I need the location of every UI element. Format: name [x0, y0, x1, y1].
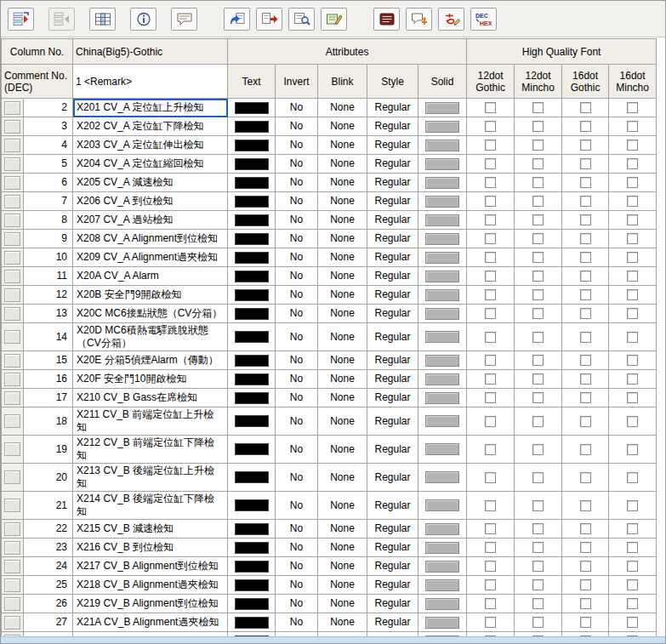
checkbox-12dot-gothic[interactable] [485, 332, 496, 343]
checkbox-12dot-gothic[interactable] [485, 140, 496, 151]
checkbox-12dot-mincho[interactable] [532, 177, 544, 188]
invert-cell[interactable]: No [276, 174, 318, 192]
checkbox-16dot-mincho[interactable] [627, 373, 638, 385]
checkbox-16dot-gothic[interactable] [580, 523, 591, 534]
checkbox-16dot-gothic[interactable] [580, 542, 591, 553]
checkbox-16dot-gothic[interactable] [580, 392, 591, 403]
style-cell[interactable]: Regular [367, 136, 418, 155]
text-color-cell[interactable] [228, 407, 276, 436]
comment-cell[interactable]: X208 CV_A Alignment到位檢知 [73, 230, 228, 248]
text-color-cell[interactable] [228, 174, 276, 192]
checkbox-12dot-gothic[interactable] [485, 252, 496, 263]
solid-color-cell[interactable] [418, 613, 467, 632]
checkbox-16dot-mincho[interactable] [627, 252, 638, 263]
checkbox-16dot-gothic[interactable] [580, 308, 591, 319]
checkbox-12dot-mincho[interactable] [532, 500, 544, 511]
comment-cell[interactable]: X20C MC6接點狀態（CV分箱） [73, 305, 228, 323]
checkbox-16dot-gothic[interactable] [580, 598, 591, 609]
blink-cell[interactable]: None [318, 576, 367, 595]
comment-cell[interactable]: X20D MC6積熱電驛跳脫狀態（CV分箱） [73, 323, 228, 351]
row-number[interactable]: 12 [24, 286, 73, 305]
checkbox-16dot-gothic[interactable] [580, 444, 591, 455]
solid-color-cell[interactable] [418, 136, 467, 155]
invert-cell[interactable]: No [276, 370, 318, 389]
checkbox-12dot-mincho[interactable] [532, 140, 544, 151]
row-number[interactable]: 2 [24, 99, 73, 117]
solid-color-cell[interactable] [418, 305, 467, 323]
comment-cell[interactable]: X207 CV_A 過站檢知 [73, 211, 228, 230]
checkbox-16dot-gothic[interactable] [580, 158, 591, 169]
checkbox-16dot-gothic[interactable] [580, 196, 591, 207]
text-color-cell[interactable] [228, 613, 276, 632]
checkbox-12dot-gothic[interactable] [485, 289, 496, 300]
checkbox-12dot-mincho[interactable] [532, 252, 544, 263]
solid-color-cell[interactable] [418, 99, 467, 117]
blink-cell[interactable]: None [318, 99, 367, 117]
invert-cell[interactable]: No [276, 230, 318, 248]
text-color-cell[interactable] [228, 595, 276, 613]
invert-cell[interactable]: No [276, 557, 318, 576]
checkbox-12dot-mincho[interactable] [532, 617, 544, 628]
invert-cell[interactable]: No [276, 520, 318, 539]
solid-color-cell[interactable] [418, 323, 467, 351]
checkbox-12dot-gothic[interactable] [485, 392, 496, 403]
checkbox-16dot-gothic[interactable] [580, 561, 591, 572]
comment-cell[interactable]: X203 CV_A 定位缸伸出檢知 [73, 136, 228, 155]
checkbox-16dot-mincho[interactable] [627, 332, 638, 343]
checkbox-12dot-mincho[interactable] [532, 523, 544, 534]
style-cell[interactable]: Regular [367, 155, 418, 174]
style-cell[interactable]: Regular [367, 576, 418, 595]
checkbox-16dot-gothic[interactable] [580, 579, 591, 590]
comment-cell[interactable]: X212 CV_B 前端定位缸下降檢知 [73, 436, 228, 464]
row-selector[interactable] [2, 230, 24, 248]
checkbox-12dot-mincho[interactable] [532, 542, 544, 553]
style-cell[interactable]: Regular [367, 99, 418, 117]
checkbox-16dot-gothic[interactable] [580, 140, 591, 151]
row-number[interactable]: 11 [24, 267, 73, 286]
comment-cell[interactable]: X215 CV_B 減速檢知 [73, 520, 228, 539]
solid-color-cell[interactable] [418, 436, 467, 464]
checkbox-12dot-gothic[interactable] [485, 196, 496, 207]
checkbox-12dot-gothic[interactable] [485, 444, 496, 455]
row-number[interactable]: 3 [24, 117, 73, 136]
blink-cell[interactable]: None [318, 492, 367, 520]
solid-color-cell[interactable] [418, 557, 467, 576]
checkbox-12dot-gothic[interactable] [485, 271, 496, 282]
checkbox-12dot-gothic[interactable] [485, 617, 496, 628]
solid-color-cell[interactable] [418, 370, 467, 389]
comment-cell[interactable]: X201 CV_A 定位缸上升檢知 [73, 99, 228, 117]
row-selector[interactable] [2, 174, 24, 192]
checkbox-12dot-gothic[interactable] [485, 158, 496, 169]
checkbox-12dot-mincho[interactable] [532, 373, 544, 385]
comment-cell[interactable]: X209 CV_A Alignment過夾檢知 [73, 248, 228, 267]
row-number[interactable]: 8 [24, 211, 73, 230]
column-settings-button[interactable] [89, 8, 116, 31]
row-number[interactable]: 18 [24, 407, 73, 436]
invert-cell[interactable]: No [276, 407, 318, 436]
solid-color-cell[interactable] [418, 576, 467, 595]
checkbox-12dot-mincho[interactable] [532, 472, 544, 483]
solid-color-cell[interactable] [418, 211, 467, 230]
checkbox-12dot-gothic[interactable] [485, 214, 496, 225]
row-number[interactable]: 10 [24, 248, 73, 267]
row-number[interactable]: 17 [24, 389, 73, 407]
checkbox-16dot-gothic[interactable] [580, 121, 591, 132]
solid-color-cell[interactable] [418, 464, 467, 492]
register-button[interactable] [288, 8, 315, 31]
invert-cell[interactable]: No [276, 117, 318, 136]
row-number[interactable]: 4 [24, 136, 73, 155]
row-number[interactable]: 23 [24, 539, 73, 557]
row-selector[interactable] [2, 192, 24, 211]
checkbox-16dot-mincho[interactable] [627, 523, 638, 534]
properties-button[interactable] [130, 8, 157, 31]
row-number[interactable]: 26 [24, 595, 73, 613]
blink-cell[interactable]: None [318, 192, 367, 211]
blink-cell[interactable]: None [318, 305, 367, 323]
checkbox-16dot-mincho[interactable] [627, 214, 638, 225]
checkbox-12dot-mincho[interactable] [532, 214, 544, 225]
row-number[interactable]: 27 [24, 613, 73, 632]
blink-cell[interactable]: None [318, 464, 367, 492]
dec-hex-button[interactable]: DEC HEX [470, 8, 497, 31]
invert-cell[interactable]: No [276, 155, 318, 174]
row-selector[interactable] [2, 576, 24, 595]
